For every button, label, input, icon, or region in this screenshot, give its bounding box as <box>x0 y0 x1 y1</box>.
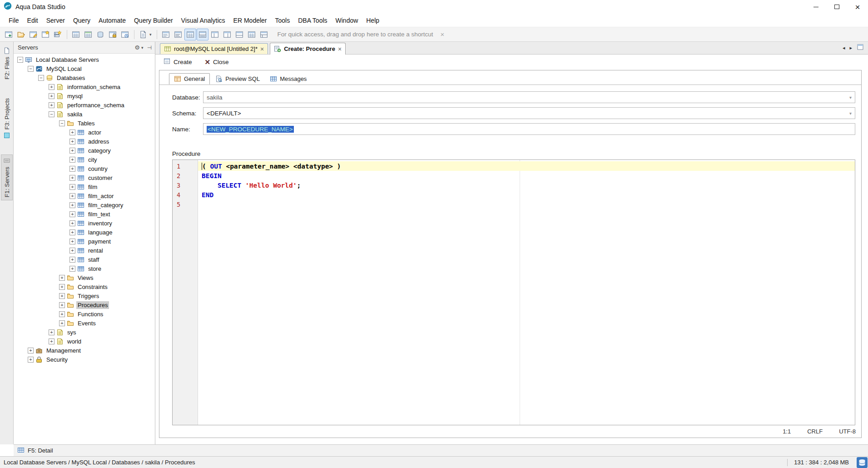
procedure-name-input[interactable]: <NEW_PROCEDURE_NAME> <box>203 123 855 135</box>
tree-item-address[interactable]: +address <box>14 137 155 146</box>
tab-messages[interactable]: Messages <box>265 73 311 85</box>
menu-query[interactable]: Query <box>69 15 94 26</box>
tree-item-management[interactable]: +Management <box>14 346 155 355</box>
tree-toggle-icon[interactable]: + <box>69 266 75 272</box>
tree-toggle-icon[interactable]: + <box>59 302 65 308</box>
tree-item-sakila[interactable]: −sakila <box>14 110 155 119</box>
menu-help[interactable]: Help <box>362 15 383 26</box>
close-editor-button[interactable]: ✕ Close <box>205 59 229 65</box>
code-line-2[interactable]: 2BEGIN <box>173 171 855 180</box>
tree-toggle-icon[interactable]: + <box>69 220 75 226</box>
tree-item-sys[interactable]: +sys <box>14 328 155 337</box>
window-star-button[interactable] <box>40 29 51 40</box>
dropdown-caret-icon[interactable]: ▾ <box>149 32 152 37</box>
tab-close-icon[interactable]: × <box>338 46 342 52</box>
close-window-button[interactable]: × <box>847 0 868 14</box>
tab-preview-sql[interactable]: Preview SQL <box>211 73 264 85</box>
document-button[interactable] <box>137 29 149 40</box>
tree-item-local-database-servers[interactable]: −Local Database Servers <box>14 55 155 64</box>
window-edit-button[interactable] <box>27 29 39 40</box>
results-grid-button[interactable] <box>184 29 196 40</box>
tree-item-film[interactable]: +film <box>14 182 155 191</box>
layout-left-button[interactable] <box>209 29 221 40</box>
storage-manager-button[interactable] <box>94 29 106 40</box>
maximize-button[interactable] <box>826 0 847 14</box>
layout-bottom-button[interactable] <box>233 29 245 40</box>
tree-toggle-icon[interactable]: + <box>69 229 75 235</box>
tree-toggle-icon[interactable]: − <box>49 111 55 117</box>
query-analyzer-button[interactable] <box>70 29 82 40</box>
menu-visual-analytics[interactable]: Visual Analytics <box>177 15 229 26</box>
menu-dba-tools[interactable]: DBA Tools <box>294 15 331 26</box>
tree-item-city[interactable]: +city <box>14 155 155 164</box>
layout-tabs-button[interactable] <box>258 29 270 40</box>
tab-close-icon[interactable]: × <box>260 46 264 52</box>
tree-toggle-icon[interactable]: + <box>59 320 65 326</box>
tree-item-world[interactable]: +world <box>14 337 155 346</box>
tree-toggle-icon[interactable]: + <box>59 311 65 317</box>
tree-toggle-icon[interactable]: + <box>69 139 75 144</box>
tree-item-inventory[interactable]: +inventory <box>14 219 155 228</box>
tree-item-film-category[interactable]: +film_category <box>14 200 155 209</box>
tree-toggle-icon[interactable]: + <box>69 148 75 154</box>
code-line-4[interactable]: 4END <box>173 190 855 199</box>
tree-item-events[interactable]: +Events <box>14 319 155 328</box>
code-line-3[interactable]: 3 SELECT 'Hello World'; <box>173 180 855 190</box>
tab-scroll-left-icon[interactable]: ◂ <box>843 45 845 51</box>
tree-toggle-icon[interactable]: − <box>17 57 23 63</box>
tree-toggle-icon[interactable]: + <box>49 329 55 335</box>
chevron-down-icon[interactable]: ▾ <box>849 111 852 116</box>
tree-toggle-icon[interactable]: + <box>59 275 65 281</box>
server-star-button[interactable] <box>52 29 64 40</box>
tree-item-film-text[interactable]: +film_text <box>14 209 155 219</box>
tree-item-payment[interactable]: +payment <box>14 237 155 246</box>
tree-toggle-icon[interactable]: + <box>69 166 75 172</box>
create-button[interactable]: Create <box>164 58 192 66</box>
tree-item-country[interactable]: +country <box>14 164 155 173</box>
side-tab-f1-servers[interactable]: F1: Servers <box>1 154 13 200</box>
schema-select[interactable]: <DEFAULT> ▾ <box>203 107 855 119</box>
doc-tab-root-mysql-local-untitled-2[interactable]: root@MySQL Local [Untitled 2]*× <box>160 43 268 54</box>
tree-item-functions[interactable]: +Functions <box>14 309 155 319</box>
tree-toggle-icon[interactable]: + <box>69 129 75 135</box>
tree-toggle-icon[interactable]: − <box>38 75 44 81</box>
memory-usage[interactable]: 131 : 384 : 2,048 MB <box>794 459 849 466</box>
tree-item-rental[interactable]: +rental <box>14 246 155 255</box>
tree-item-mysql[interactable]: +mysql <box>14 91 155 100</box>
tree-toggle-icon[interactable]: + <box>59 293 65 299</box>
tree-toggle-icon[interactable]: − <box>59 120 65 126</box>
session-manager-button[interactable] <box>119 29 131 40</box>
layout-right-button[interactable] <box>221 29 233 40</box>
tree-item-triggers[interactable]: +Triggers <box>14 291 155 300</box>
instance-manager-button[interactable] <box>82 29 94 40</box>
tree-toggle-icon[interactable]: + <box>28 357 34 363</box>
tree-item-store[interactable]: +store <box>14 264 155 273</box>
menu-tools[interactable]: Tools <box>271 15 294 26</box>
tab-scroll-right-icon[interactable]: ▸ <box>849 45 852 51</box>
tree-toggle-icon[interactable]: + <box>69 239 75 244</box>
tree-item-tables[interactable]: −Tables <box>14 119 155 128</box>
tree-toggle-icon[interactable]: + <box>69 193 75 199</box>
results-text-button[interactable] <box>172 29 184 40</box>
tree-toggle-icon[interactable]: + <box>49 339 55 344</box>
tree-toggle-icon[interactable]: + <box>69 202 75 208</box>
tree-toggle-icon[interactable]: + <box>69 211 75 217</box>
menu-automate[interactable]: Automate <box>94 15 130 26</box>
tree-toggle-icon[interactable]: + <box>69 257 75 263</box>
security-manager-button[interactable] <box>107 29 119 40</box>
tree-toggle-icon[interactable]: + <box>69 184 75 190</box>
menu-edit[interactable]: Edit <box>23 15 42 26</box>
tree-item-performance-schema[interactable]: +performance_schema <box>14 100 155 110</box>
tree-item-mysql-local[interactable]: −MySQL Local <box>14 64 155 73</box>
quick-access-close-icon[interactable]: × <box>440 31 444 38</box>
tree-item-security[interactable]: +Security <box>14 355 155 364</box>
chevron-down-icon[interactable]: ▾ <box>849 95 852 100</box>
layout-split-button[interactable] <box>197 29 208 40</box>
menu-file[interactable]: File <box>5 15 23 26</box>
tree-item-databases[interactable]: −Databases <box>14 73 155 82</box>
menu-server[interactable]: Server <box>42 15 69 26</box>
tree-item-information-schema[interactable]: +information_schema <box>14 82 155 91</box>
layout-editor-button[interactable] <box>160 29 172 40</box>
tree-item-language[interactable]: +language <box>14 228 155 237</box>
sql-editor[interactable]: 1( OUT <parameter_name> <datatype> )2BEG… <box>172 159 855 425</box>
